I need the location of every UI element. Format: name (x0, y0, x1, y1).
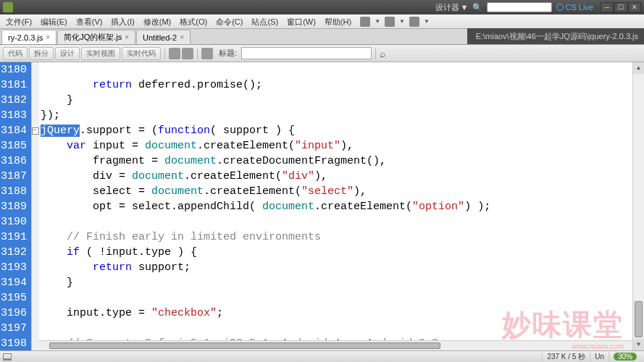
fold-spacer (32, 214, 39, 230)
tab-label: Untitled-2 (143, 33, 177, 42)
code-line[interactable]: return deferred.promise(); (41, 77, 644, 93)
menu-item-8[interactable]: 窗口(W) (283, 14, 320, 29)
menu-item-9[interactable]: 帮助(H) (320, 14, 356, 29)
toolbar-icon-1[interactable] (360, 17, 370, 27)
menu-item-7[interactable]: 站点(S) (247, 14, 283, 29)
line-number: 3187 (0, 169, 31, 184)
code-editor[interactable]: 3180318131823183318431853186318731883189… (0, 62, 644, 350)
line-number: 3198 (0, 336, 31, 350)
menu-item-3[interactable]: 插入(I) (106, 14, 138, 29)
line-number: 3188 (0, 184, 31, 199)
status-encoding: Un (590, 352, 609, 362)
close-icon[interactable]: × (46, 33, 50, 41)
code-line[interactable]: // Finish early in limited environments (41, 230, 644, 245)
horizontal-scrollbar[interactable] (39, 340, 632, 350)
vertical-scroll-thumb[interactable] (635, 301, 643, 337)
close-icon[interactable]: × (125, 33, 129, 41)
code-line[interactable]: return support; (41, 260, 644, 275)
title-input[interactable] (241, 47, 372, 59)
line-number: 3190 (0, 214, 31, 230)
secondary-toolbar: 代码拆分设计实时视图实时代码 标题: ⌕ (0, 45, 644, 62)
horizontal-scroll-thumb[interactable] (49, 342, 440, 349)
fold-spacer (32, 199, 39, 214)
code-line[interactable]: }); (41, 108, 644, 123)
document-tab-1[interactable]: 简化JQ的框架.js× (57, 30, 135, 44)
menu-item-4[interactable]: 修改(M) (139, 14, 176, 29)
view-mode-button-2[interactable]: 设计 (55, 47, 80, 60)
code-line[interactable]: fragment = document.createDocumentFragme… (41, 153, 644, 169)
code-line[interactable]: } (41, 93, 644, 108)
document-tab-2[interactable]: Untitled-2× (136, 30, 191, 44)
code-line[interactable]: } (41, 275, 644, 290)
fold-spacer (32, 77, 39, 93)
toolbar-icon-3[interactable] (409, 17, 419, 27)
app-icon (3, 2, 13, 12)
code-line[interactable] (41, 290, 644, 306)
document-tab-0[interactable]: ry-2.0.3.js× (1, 30, 57, 44)
scroll-down-arrow[interactable]: ▼ (633, 339, 644, 350)
line-number: 3180 (0, 62, 31, 77)
menu-item-0[interactable]: 文件(F) (1, 14, 36, 29)
cslive-icon (556, 4, 564, 11)
menu-item-1[interactable]: 编辑(E) (36, 14, 72, 29)
scroll-up-arrow[interactable]: ▲ (633, 62, 644, 74)
layout-dropdown[interactable]: 设计器 ▼ (435, 2, 469, 13)
fold-spacer (32, 62, 39, 77)
code-line[interactable]: if ( !input.type ) { (41, 245, 644, 260)
chevron-down-icon[interactable]: ▼ (424, 18, 430, 25)
search-icon[interactable]: 🔍 (472, 3, 482, 12)
code-line[interactable]: input.type = "checkbox"; (41, 306, 644, 321)
minimize-button[interactable]: ─ (601, 2, 614, 12)
inspect-icon[interactable] (169, 48, 180, 59)
line-number: 3189 (0, 199, 31, 214)
close-icon[interactable]: × (180, 33, 184, 41)
chevron-down-icon[interactable]: ▼ (375, 18, 380, 25)
fold-spacer (32, 306, 39, 321)
code-line[interactable]: div = document.createElement("div"), (41, 169, 644, 184)
fold-gutter[interactable] (32, 62, 39, 350)
view-mode-button-3[interactable]: 实时视图 (81, 47, 120, 60)
code-line[interactable] (41, 62, 644, 77)
tab-label: ry-2.0.3.js (8, 33, 43, 42)
status-panel-icon[interactable] (3, 353, 12, 361)
line-number: 3186 (0, 153, 31, 169)
view-mode-button-0[interactable]: 代码 (3, 47, 28, 60)
fold-spacer (32, 245, 39, 260)
fold-spacer (32, 184, 39, 199)
toolbar-icon-2[interactable] (385, 17, 395, 27)
refresh-icon[interactable] (201, 48, 213, 59)
menu-item-5[interactable]: 格式(O) (175, 14, 212, 29)
status-bar: 237 K / 5 秒 Un 30% (0, 350, 644, 362)
line-number: 3192 (0, 245, 31, 260)
maximize-button[interactable]: ☐ (614, 2, 627, 12)
menu-item-2[interactable]: 查看(V) (72, 14, 107, 29)
code-line[interactable]: jQuery.support = (function( support ) { (41, 123, 644, 138)
view-mode-button-1[interactable]: 拆分 (29, 47, 54, 60)
cslive-button[interactable]: CS Live (556, 3, 593, 12)
file-path: E:\miaov\视频\46一起学JQ源码\jquery-2.0.3.js (467, 28, 644, 44)
line-number: 3185 (0, 138, 31, 153)
line-number: 3191 (0, 230, 31, 245)
chevron-down-icon[interactable]: ▼ (399, 18, 405, 25)
code-line[interactable] (41, 214, 644, 230)
code-line[interactable]: opt = select.appendChild( document.creat… (41, 199, 644, 214)
close-button[interactable]: ✕ (628, 2, 641, 12)
line-number: 3181 (0, 77, 31, 93)
code-area[interactable]: return deferred.promise(); }});jQuery.su… (39, 62, 644, 350)
titlebar-search-input[interactable] (487, 2, 552, 12)
fold-spacer (32, 108, 39, 123)
fold-spacer (32, 275, 39, 290)
tool-icon-a[interactable] (182, 48, 193, 59)
menu-item-6[interactable]: 命令(C) (212, 14, 247, 29)
fold-toggle[interactable] (32, 123, 39, 138)
menu-bar: 文件(F)编辑(E)查看(V)插入(I)修改(M)格式(O)命令(C)站点(S)… (0, 14, 644, 29)
bookmark-icon[interactable]: ⌕ (380, 48, 385, 59)
code-line[interactable]: select = document.createElement("select"… (41, 184, 644, 199)
title-field-label: 标题: (219, 48, 237, 59)
vertical-scrollbar[interactable]: ▲ ▼ (632, 62, 644, 350)
code-line[interactable]: var input = document.createElement("inpu… (41, 138, 644, 153)
zoom-indicator[interactable]: 30% (614, 353, 637, 361)
line-number-gutter: 3180318131823183318431853186318731883189… (0, 62, 32, 350)
code-line[interactable] (41, 321, 644, 336)
view-mode-button-4[interactable]: 实时代码 (122, 47, 161, 60)
